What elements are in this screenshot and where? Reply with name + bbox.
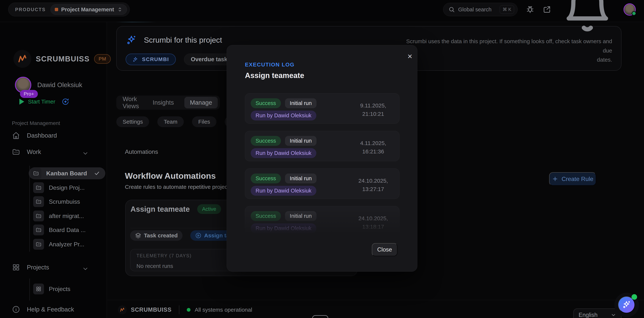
- log-entry-badges: Success Initial run: [251, 136, 316, 146]
- timestamp: 24.10.2025, 13:18:17: [354, 214, 393, 231]
- log-entry: Success Initial run Run by Dawid Oleksiu…: [245, 206, 400, 237]
- run-by-badge: Run by Dawid Oleksiuk: [251, 223, 316, 233]
- date: 24.10.2025,: [358, 178, 388, 184]
- log-entry-badges: Success Initial run: [251, 98, 316, 108]
- status-badge: Success: [251, 98, 281, 108]
- execution-log-modal: ✕ EXECUTION LOG Assign teameate Success …: [227, 45, 417, 272]
- log-entry: Success Initial run Run by Dawid Oleksiu…: [245, 93, 400, 124]
- run-type-badge: Initial run: [285, 174, 317, 183]
- time: 21:10:21: [362, 111, 384, 117]
- time: 13:27:17: [362, 186, 384, 192]
- status-badge: Success: [251, 174, 281, 183]
- timestamp: 4.11.2025, 16:21:36: [354, 139, 393, 156]
- run-type-badge: Initial run: [285, 136, 317, 146]
- timestamp: 24.10.2025, 13:27:17: [354, 177, 393, 193]
- run-type-badge: Initial run: [285, 98, 317, 108]
- close-icon[interactable]: ✕: [404, 51, 416, 62]
- execution-log-list[interactable]: Success Initial run Run by Dawid Oleksiu…: [245, 93, 400, 237]
- fab-online-dot: [632, 294, 637, 300]
- modal-title: Assign teameate: [245, 71, 304, 80]
- status-badge: Success: [251, 136, 281, 146]
- date: 24.10.2025,: [358, 215, 388, 221]
- log-entry-badges: Success Initial run: [251, 174, 316, 183]
- run-by-badge: Run by Dawid Oleksiuk: [251, 111, 316, 120]
- log-entry: Success Initial run Run by Dawid Oleksiu…: [245, 169, 400, 199]
- time: 13:18:17: [362, 224, 384, 230]
- run-by-badge: Run by Dawid Oleksiuk: [251, 186, 316, 196]
- time: 16:21:36: [362, 148, 384, 155]
- close-button[interactable]: Close: [372, 243, 398, 256]
- modal-eyebrow: EXECUTION LOG: [245, 62, 294, 68]
- date: 9.11.2025,: [360, 102, 386, 109]
- status-badge: Success: [251, 211, 281, 221]
- run-by-badge: Run by Dawid Oleksiuk: [251, 148, 316, 158]
- date: 4.11.2025,: [360, 140, 386, 146]
- log-entry-badges: Success Initial run: [251, 211, 316, 221]
- log-entry: Success Initial run Run by Dawid Oleksiu…: [245, 131, 400, 161]
- run-type-badge: Initial run: [285, 211, 317, 221]
- sparkle-icon: [622, 300, 631, 310]
- app-screen: PRODUCTS Project Management Global searc…: [0, 0, 644, 318]
- timestamp: 9.11.2025, 21:10:21: [354, 101, 393, 118]
